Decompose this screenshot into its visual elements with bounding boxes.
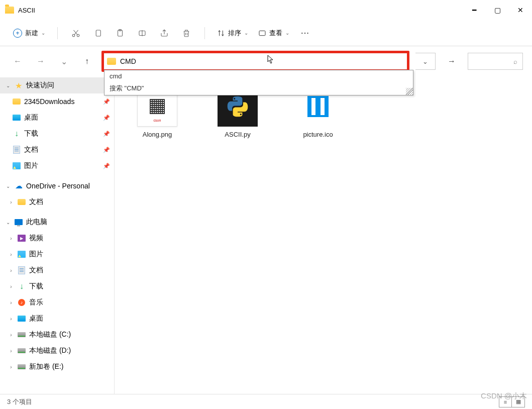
drive-icon [18,348,26,353]
chevron-right-icon: › [5,199,17,205]
view-button[interactable]: 查看 ⌄ [255,27,292,40]
file-name: Along.png [130,131,185,138]
address-bar[interactable] [101,51,409,72]
drive-icon [18,364,26,369]
dropdown-item-cmd[interactable]: cmd [104,70,413,82]
sidebar-item-documents-pc[interactable]: › 文档 [0,262,114,278]
maximize-button[interactable]: ▢ [486,0,509,20]
view-icon [258,29,266,37]
recent-button[interactable]: ⌄ [55,53,72,70]
sidebar-item-music[interactable]: › ♪ 音乐 [0,294,114,311]
chevron-right-icon: › [5,300,17,305]
sidebar: ⌄ ★ 快速访问 2345Downloads 📌 桌面 📌 ↓ 下载 📌 文档 … [0,76,115,394]
chevron-down-icon: ⌄ [2,183,14,189]
sidebar-this-pc[interactable]: ⌄ 此电脑 [0,214,114,230]
picture-icon [18,251,26,258]
chevron-right-icon: › [5,252,17,257]
python-icon [225,94,250,119]
sidebar-item-pictures-pc[interactable]: › 图片 [0,246,114,262]
delete-button[interactable] [177,24,195,42]
sidebar-item-desktop[interactable]: 桌面 📌 [0,110,114,126]
chevron-right-icon: › [5,348,17,354]
address-dropdown-toggle[interactable]: ⌄ [415,53,436,70]
sidebar-item-pictures[interactable]: 图片 📌 [0,158,114,174]
download-icon: ↓ [12,129,21,138]
up-button[interactable]: ↑ [78,53,95,70]
desktop-icon [13,115,21,121]
copy-button[interactable] [89,24,107,42]
sidebar-item-videos[interactable]: › ▶ 视频 [0,230,114,246]
cloud-icon: ☁ [14,181,23,190]
document-icon [18,266,25,274]
sidebar-item-desktop-pc[interactable]: › 桌面 [0,311,114,327]
sidebar-quick-access[interactable]: ⌄ ★ 快速访问 [0,77,114,93]
back-button[interactable]: ← [9,53,26,70]
more-button[interactable]: ··· [296,24,314,42]
chevron-down-icon: ⌄ [2,83,14,88]
sort-label: 排序 [228,29,241,38]
plus-icon: + [13,29,22,38]
ico-graphic [307,96,329,117]
sort-icon [217,29,225,37]
item-count: 3 个项目 [7,397,32,406]
titlebar: ASCII ━ ▢ ✕ [0,0,532,20]
new-button[interactable]: + 新建 ⌄ [10,27,48,40]
address-input[interactable] [119,56,404,66]
pin-icon: 📌 [103,98,110,105]
address-dropdown: cmd 搜索 "CMD" [104,70,413,95]
sidebar-item-drive-d[interactable]: › 本地磁盘 (D:) [0,343,114,359]
sidebar-item-onedrive-docs[interactable]: › 文档 [0,194,114,210]
document-icon [13,146,20,154]
rename-button[interactable] [133,24,151,42]
video-icon: ▶ [18,235,26,242]
picture-icon [13,162,21,169]
window-controls: ━ ▢ ✕ [463,0,532,20]
sidebar-item-downloads[interactable]: ↓ 下载 📌 [0,126,114,142]
sidebar-onedrive[interactable]: ⌄ ☁ OneDrive - Personal [0,178,114,194]
chevron-right-icon: › [5,316,17,322]
chevron-right-icon: › [5,268,17,273]
sidebar-item-downloads-2345[interactable]: 2345Downloads 📌 [0,93,114,110]
go-button[interactable]: → [442,53,462,70]
quick-label: 快速访问 [26,81,110,90]
file-area[interactable]: cson Along.png ASCII.py picture.ico [115,76,532,394]
sidebar-item-downloads-pc[interactable]: › ↓ 下载 [0,278,114,294]
search-box[interactable]: ⌕ [468,53,523,70]
file-name: ASCII.py [210,131,265,138]
chevron-right-icon: › [5,332,17,338]
chevron-right-icon: › [5,284,17,289]
sidebar-item-drive-c[interactable]: › 本地磁盘 (C:) [0,327,114,343]
chevron-right-icon: › [5,236,17,241]
share-button[interactable] [155,24,173,42]
sidebar-item-documents[interactable]: 文档 📌 [0,142,114,158]
dropdown-item-search[interactable]: 搜索 "CMD" [104,82,413,95]
address-wrapper: cmd 搜索 "CMD" [101,51,409,72]
pin-icon: 📌 [103,131,110,137]
view-details-button[interactable]: ≡ [499,396,512,407]
svg-rect-6 [259,31,265,35]
pin-icon: 📌 [103,147,110,153]
cut-button[interactable] [67,24,85,42]
pin-icon: 📌 [103,115,110,121]
main: ⌄ ★ 快速访问 2345Downloads 📌 桌面 📌 ↓ 下载 📌 文档 … [0,76,532,394]
qr-icon [150,99,165,114]
resize-grip[interactable] [406,88,413,95]
minimize-button[interactable]: ━ [463,0,486,20]
file-name: picture.ico [290,131,346,138]
separator [204,27,205,39]
close-button[interactable]: ✕ [509,0,532,20]
status-bar: 3 个项目 ≡ ▦ [0,394,532,409]
folder-icon [5,7,14,14]
view-icons-button[interactable]: ▦ [512,396,525,407]
sort-button[interactable]: 排序 ⌄ [214,27,251,40]
sidebar-item-drive-e[interactable]: › 新加卷 (E:) [0,359,114,375]
chevron-down-icon: ⌄ [244,30,248,36]
forward-button[interactable]: → [32,53,49,70]
chevron-down-icon: ⌄ [285,30,289,36]
pc-icon [15,219,23,225]
music-icon: ♪ [18,299,25,306]
separator [57,27,58,39]
nav-row: ← → ⌄ ↑ cmd 搜索 "CMD" ⌄ → ⌕ [0,46,532,76]
chevron-down-icon: ⌄ [41,30,45,36]
paste-button[interactable] [111,24,129,42]
